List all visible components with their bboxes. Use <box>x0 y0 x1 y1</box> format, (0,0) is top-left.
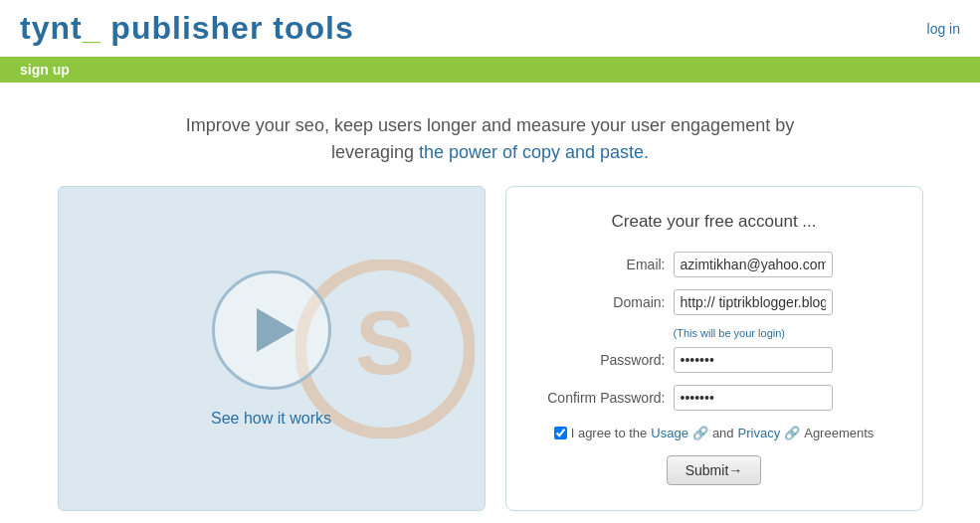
site-title: tynt_ publisher tools <box>20 10 354 47</box>
login-link[interactable]: log in <box>927 21 960 37</box>
video-panel: S See how it works <box>58 186 486 511</box>
tagline-line1: Improve your seo, keep users longer and … <box>20 112 960 139</box>
svg-text:S: S <box>354 293 414 393</box>
email-field[interactable] <box>674 252 833 277</box>
privacy-link[interactable]: Privacy <box>738 426 781 440</box>
agree-row: I agree to the Usage 🔗 and Privacy 🔗 Agr… <box>536 426 892 440</box>
password-label: Password: <box>536 352 666 368</box>
title-text: tynt <box>20 10 83 46</box>
confirm-row: Confirm Password: <box>536 385 892 411</box>
see-how-label: See how it works <box>211 410 331 428</box>
submit-button[interactable]: Submit→ <box>667 455 762 485</box>
password-row: Password: <box>536 347 892 373</box>
password-field[interactable] <box>674 347 833 373</box>
signup-bar: sign up <box>0 57 980 83</box>
confirm-label: Confirm Password: <box>536 390 666 406</box>
content-area: S See how it works Create your free acco… <box>0 186 980 523</box>
signup-panel: Create your free account ... Email: Doma… <box>505 186 923 511</box>
tagline-section: Improve your seo, keep users longer and … <box>0 83 980 186</box>
play-triangle-icon <box>257 308 294 352</box>
tagline-line2: leveraging the power of copy and paste. <box>20 139 960 166</box>
domain-field[interactable] <box>674 289 833 315</box>
agree-checkbox[interactable] <box>554 427 567 439</box>
domain-note: (This will be your login) <box>674 327 892 339</box>
email-label: Email: <box>536 257 666 272</box>
external-icon: 🔗 <box>692 426 708 440</box>
confirm-field[interactable] <box>674 385 833 411</box>
domain-row: Domain: <box>536 289 892 315</box>
external-icon2: 🔗 <box>784 426 800 440</box>
email-row: Email: <box>536 252 892 277</box>
page-header: tynt_ publisher tools log in <box>0 0 980 57</box>
usage-link[interactable]: Usage <box>651 426 688 440</box>
domain-label: Domain: <box>536 294 666 310</box>
signup-title: Create your free account ... <box>536 212 892 232</box>
play-button[interactable] <box>212 270 331 390</box>
